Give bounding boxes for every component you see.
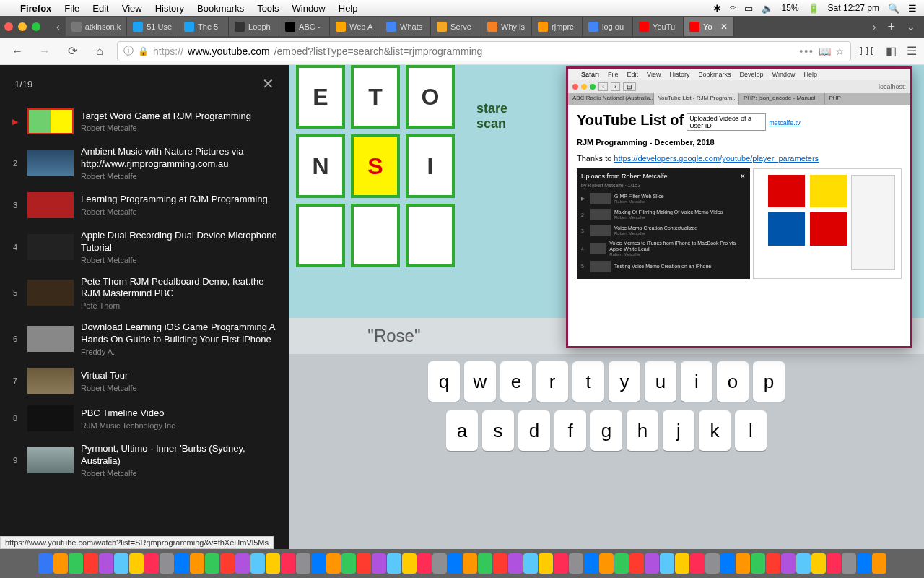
browser-tab[interactable]: Whats xyxy=(380,17,431,36)
safari-playlist-item[interactable]: 4Voice Memos to iTunes from iPhone to Ma… xyxy=(581,238,746,258)
dock-app-icon[interactable] xyxy=(250,553,265,574)
keyboard-key[interactable]: p xyxy=(753,361,785,402)
safari-menu[interactable]: Develop xyxy=(739,71,763,78)
dock-app-icon[interactable] xyxy=(311,553,326,574)
playlist-item[interactable]: 7Virtual TourRobert Metcalfe xyxy=(0,362,289,400)
home-button[interactable]: ⌂ xyxy=(90,41,110,61)
display-icon[interactable]: ▭ xyxy=(744,3,753,14)
dock-app-icon[interactable] xyxy=(357,553,371,574)
keyboard-key[interactable]: l xyxy=(735,410,767,451)
browser-tab[interactable]: rjmprc xyxy=(532,17,583,36)
dock-app-icon[interactable] xyxy=(842,553,856,574)
menu-help[interactable]: Help xyxy=(339,3,358,14)
keyboard-key[interactable]: i xyxy=(681,361,712,402)
menu-tools[interactable]: Tools xyxy=(257,3,279,14)
dock-app-icon[interactable] xyxy=(629,553,644,574)
page-actions-icon[interactable]: ••• xyxy=(799,46,814,57)
hamburger-menu-icon[interactable]: ☰ xyxy=(907,44,917,58)
playlist-item[interactable]: 2Ambient Music with Nature Pictures via … xyxy=(0,140,289,186)
keyboard-key[interactable]: d xyxy=(518,410,550,451)
video-player-area[interactable]: E T O N S I stare scan "Rose" Roses Rose… xyxy=(289,65,924,549)
dock-app-icon[interactable] xyxy=(811,553,826,574)
forward-button[interactable]: → xyxy=(35,41,55,61)
sidebar-icon[interactable]: ◧ xyxy=(886,44,897,58)
reload-button[interactable]: ⟳ xyxy=(62,41,82,61)
dock-app-icon[interactable] xyxy=(645,553,659,574)
dock-app-icon[interactable] xyxy=(493,553,507,574)
keyboard-key[interactable]: o xyxy=(717,361,749,402)
dock-app-icon[interactable] xyxy=(766,553,780,574)
browser-tab[interactable]: The 5 xyxy=(178,17,229,36)
keyboard-key[interactable]: a xyxy=(446,410,478,451)
dock-app-icon[interactable] xyxy=(372,553,386,574)
dock-app-icon[interactable] xyxy=(736,553,750,574)
safari-menu[interactable]: Bookmarks xyxy=(698,71,731,78)
playlist-item[interactable]: 3Learning Programming at RJM Programming… xyxy=(0,186,289,224)
safari-sidebar-button[interactable]: ⊞ xyxy=(623,82,636,91)
playlist-item[interactable]: 5Pete Thorn RJM Pedalboard Demo, feat.th… xyxy=(0,270,289,316)
dock-app-icon[interactable] xyxy=(720,553,735,574)
safari-playlist-item[interactable]: 3Voice Memo Creation ContextualizedRober… xyxy=(581,223,746,238)
dock-app-icon[interactable] xyxy=(448,553,462,574)
dock-app-icon[interactable] xyxy=(266,553,280,574)
address-field[interactable]: ⓘ 🔒 https://www.youtube.com/embed?listTy… xyxy=(117,41,851,61)
dock-app-icon[interactable] xyxy=(584,553,598,574)
keyboard-key[interactable]: q xyxy=(428,361,460,402)
tab-nav-back[interactable]: ‹ xyxy=(52,21,64,33)
dock-app-icon[interactable] xyxy=(523,553,538,574)
keyboard-key[interactable]: k xyxy=(699,410,731,451)
menu-window[interactable]: Window xyxy=(292,3,326,14)
keyboard-key[interactable]: y xyxy=(609,361,640,402)
keyboard-key[interactable]: g xyxy=(590,410,622,451)
playlist-item[interactable]: ▶Target Word Game at RJM ProgrammingRobe… xyxy=(0,103,289,140)
browser-tab[interactable]: Looph xyxy=(229,17,279,36)
keyboard-key[interactable]: u xyxy=(645,361,676,402)
dock-app-icon[interactable] xyxy=(614,553,629,574)
dock-app-icon[interactable] xyxy=(432,553,447,574)
browser-tab[interactable]: log ou xyxy=(583,17,633,36)
keyboard-key[interactable]: h xyxy=(627,410,658,451)
browser-tab[interactable]: Web A xyxy=(330,17,380,36)
safari-url[interactable]: localhost: xyxy=(879,83,906,90)
keyboard-key[interactable]: e xyxy=(500,361,532,402)
keyboard-key[interactable]: t xyxy=(572,361,604,402)
dock-app-icon[interactable] xyxy=(53,553,68,574)
safari-playlist-item[interactable]: ▶GIMP Filter Web SliceRobert Metcalfe xyxy=(581,191,746,207)
app-name[interactable]: Firefox xyxy=(20,3,51,14)
playlist-item[interactable]: 9Pyrmont, Ultimo - Inner 'Burbs (Sydney,… xyxy=(0,437,289,483)
battery-icon[interactable]: 🔋 xyxy=(808,3,819,14)
spotlight-icon[interactable]: 🔍 xyxy=(888,3,899,14)
browser-tab[interactable]: Yo✕ xyxy=(684,17,734,36)
menu-bookmarks[interactable]: Bookmarks xyxy=(197,3,244,14)
library-icon[interactable]: ⫿⫿⫿ xyxy=(858,44,876,58)
safari-app-name[interactable]: Safari xyxy=(581,71,599,78)
dock-app-icon[interactable] xyxy=(827,553,841,574)
dock-app-icon[interactable] xyxy=(781,553,796,574)
dock-app-icon[interactable] xyxy=(539,553,553,574)
dock-app-icon[interactable] xyxy=(84,553,98,574)
volume-icon[interactable]: 🔈 xyxy=(762,3,773,14)
thanks-link[interactable]: https://developers.google.com/youtube/pl… xyxy=(614,154,819,163)
keyboard-key[interactable]: r xyxy=(536,361,568,402)
playlist-item[interactable]: 6Download Learning iOS Game Programming … xyxy=(0,316,289,362)
menu-history[interactable]: History xyxy=(155,3,184,14)
tab-close-icon[interactable]: ✕ xyxy=(720,22,728,32)
safari-menu[interactable]: View xyxy=(647,71,661,78)
dock-app-icon[interactable] xyxy=(190,553,204,574)
domain-link[interactable]: metcalfe.tv xyxy=(769,119,801,126)
safari-zoom-button[interactable] xyxy=(590,84,596,90)
dock-app-icon[interactable] xyxy=(99,553,113,574)
dock-app-icon[interactable] xyxy=(478,553,492,574)
tab-list-button[interactable]: ⌄ xyxy=(902,21,920,33)
safari-tab[interactable]: YouTube List - RJM Program... xyxy=(654,93,740,105)
puzzle-icon[interactable]: ✱ xyxy=(713,3,721,14)
dock-app-icon[interactable] xyxy=(751,553,765,574)
browser-tab[interactable]: Serve xyxy=(431,17,481,36)
userid-input[interactable]: Uploaded Videos of a User ID xyxy=(687,113,766,131)
dock-app-icon[interactable] xyxy=(463,553,477,574)
menu-extras-icon[interactable]: ☰ xyxy=(908,3,917,14)
dock-app-icon[interactable] xyxy=(341,553,356,574)
new-tab-button[interactable]: + xyxy=(881,20,901,35)
dock-app-icon[interactable] xyxy=(599,553,614,574)
playlist-item[interactable]: 4Apple Dual Recording Dual Device Microp… xyxy=(0,224,289,270)
